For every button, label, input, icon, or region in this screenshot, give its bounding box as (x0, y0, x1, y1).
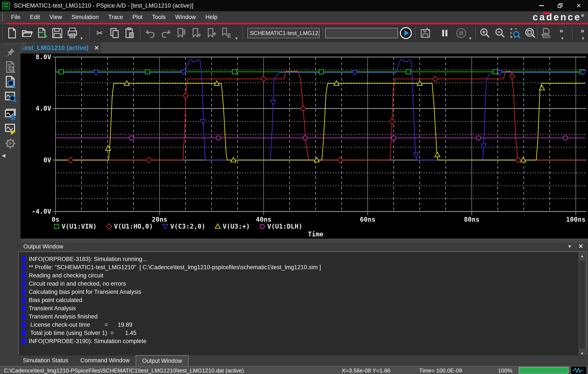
pin-button[interactable] (3, 45, 18, 59)
log-text: Transient Analysis finished (29, 313, 98, 320)
menu-trace[interactable]: Trace (104, 11, 128, 23)
legend-item[interactable]: V(U3:+) (214, 223, 250, 230)
menubar-drag-handle[interactable] (2, 13, 3, 21)
pspice-app-icon (2, 2, 10, 10)
stop-simulation-button[interactable] (454, 26, 468, 40)
log-text: Transient Analysis (29, 305, 76, 312)
open-file-button[interactable] (20, 26, 34, 40)
paste-button[interactable] (123, 26, 136, 40)
output-pane-collapse-icon[interactable]: ▼ (567, 244, 572, 249)
toolbar: ▾ ✂ ▾ SCHEMATIC1-test_LMG1210 ▾ (0, 24, 588, 42)
menu-plot[interactable]: Plot (128, 11, 147, 23)
toolbar-overflow-chevron-2[interactable]: » (581, 27, 584, 34)
status-progress-percent: 100% (498, 367, 512, 374)
status-file-path: C:\Cadence\test_lmg1210-PSpiceFiles\SCHE… (4, 367, 244, 374)
view-simulation-file-button[interactable] (3, 60, 18, 74)
document-tab-close-icon[interactable]: ✕ (94, 44, 99, 52)
log-bullet-icon (21, 265, 26, 270)
cut-button[interactable]: ✂ (93, 26, 106, 40)
output-pane-header[interactable]: Output Window ▼ ✕ (17, 242, 588, 251)
toolbar-dropdown-arrow[interactable]: ▾ (561, 36, 563, 41)
waveform-pencil-icon (4, 123, 16, 135)
square-marker-icon (53, 223, 60, 230)
toolbar-separator (537, 27, 538, 39)
toolbar-separator (572, 27, 573, 39)
minimize-button[interactable] (532, 0, 551, 11)
document-search-blue-icon (4, 76, 16, 88)
previous-bookmark-button[interactable] (204, 26, 218, 40)
menu-view[interactable]: View (45, 11, 67, 23)
clear-bookmarks-button[interactable] (220, 26, 233, 40)
trace-expression-combo[interactable] (325, 28, 398, 38)
toolbar-drag-handle[interactable] (2, 27, 3, 39)
toolbar-overflow-chevron[interactable]: » (559, 27, 563, 34)
pause-simulation-button[interactable] (438, 26, 452, 40)
edit-waveform-button[interactable] (3, 122, 18, 136)
output-line: Calculating bias point for Transient Ana… (21, 288, 586, 296)
legend-item[interactable]: V(U1:DLH) (259, 223, 303, 230)
waveform-plot[interactable]: 8.0V4.0V0V-4.0V 0s20ns40ns60ns80ns100ns … (21, 53, 588, 238)
menu-simulation[interactable]: Simulation (67, 11, 104, 23)
output-pane-close-icon[interactable]: ✕ (578, 243, 583, 250)
restore-button[interactable] (551, 0, 569, 11)
menu-window[interactable]: Window (170, 11, 201, 23)
restore-icon (558, 3, 563, 8)
save-button[interactable] (51, 26, 64, 40)
tab-command-window[interactable]: Command Window (74, 355, 136, 366)
view-waveform-search-button[interactable] (3, 89, 18, 104)
zoom-area-button[interactable] (508, 26, 522, 40)
scrollbar-thumb[interactable] (579, 261, 585, 349)
close-button[interactable]: ✕ (569, 0, 588, 11)
waveform-chart (21, 53, 588, 238)
paste-icon (124, 27, 136, 39)
menu-edit[interactable]: Edit (25, 11, 45, 23)
undo-button[interactable] (144, 26, 157, 40)
copy-icon (109, 27, 120, 39)
y-tick-label: 8.0V (21, 53, 51, 61)
triangle-down-marker-icon (162, 223, 168, 230)
scroll-up-icon[interactable]: ▲ (578, 252, 586, 260)
legend-item[interactable]: V(C3:2,0) (162, 223, 205, 230)
view-circuit-file-button[interactable] (3, 75, 18, 89)
save-simulation-results-button[interactable] (419, 26, 432, 40)
left-sidebar: ◀ (0, 42, 21, 242)
zoom-out-button[interactable] (494, 26, 507, 40)
bookmark-dropdown-arrow[interactable]: ▾ (235, 36, 238, 41)
zoom-in-button[interactable] (478, 26, 492, 40)
output-line: Circuit read in and checked, no errors (21, 279, 586, 288)
toolbar-dropdown-arrow-2[interactable]: ▾ (582, 36, 584, 41)
stop-icon (456, 27, 467, 39)
run-simulation-button[interactable] (399, 26, 413, 40)
waveform-settings-button[interactable] (3, 107, 18, 121)
legend-item[interactable]: V(U1:VIN) (53, 223, 97, 230)
simulation-profile-combo[interactable]: SCHEMATIC1-test_LMG1210 (247, 28, 320, 38)
output-scrollbar[interactable]: ▲ ▼ (578, 252, 586, 357)
redo-icon (160, 27, 171, 39)
status-bar: C:\Cadence\test_lmg1210-PSpiceFiles\SCHE… (0, 366, 588, 374)
legend-label: V(U1:HO,0) (114, 223, 153, 230)
next-bookmark-button[interactable] (189, 26, 203, 40)
document-tab[interactable]: test_LMG1210 (active) ✕ (21, 42, 101, 53)
legend-item[interactable]: V(U1:HO,0) (106, 223, 153, 230)
tab-simulation-status[interactable]: Simulation Status (17, 355, 74, 366)
output-line: Transient Analysis finished (21, 312, 586, 321)
new-file-button[interactable] (5, 26, 19, 40)
print-button[interactable] (66, 26, 79, 40)
stop-dropdown-arrow[interactable]: ▾ (469, 36, 471, 41)
sidebar-collapse-arrow[interactable]: ◀ (2, 153, 5, 158)
menu-file[interactable]: File (6, 11, 25, 23)
open-simulation-file-button[interactable] (35, 26, 49, 40)
sidebar-drag-handle[interactable] (4, 43, 17, 45)
x-tick-label: 0s (52, 216, 59, 223)
previous-bookmark-icon (205, 27, 217, 39)
simulation-settings-button[interactable] (3, 136, 18, 150)
print-dropdown-arrow[interactable]: ▾ (80, 36, 83, 41)
redo-button[interactable] (159, 26, 172, 40)
add-bookmark-button[interactable] (174, 26, 188, 40)
view-simulation-output-button[interactable] (539, 26, 552, 40)
zoom-fit-button[interactable] (524, 26, 537, 40)
menu-tools[interactable]: Tools (147, 11, 170, 23)
menu-help[interactable]: Help (201, 11, 222, 23)
copy-button[interactable] (108, 26, 121, 40)
tab-output-window[interactable]: Output Window (136, 355, 189, 366)
